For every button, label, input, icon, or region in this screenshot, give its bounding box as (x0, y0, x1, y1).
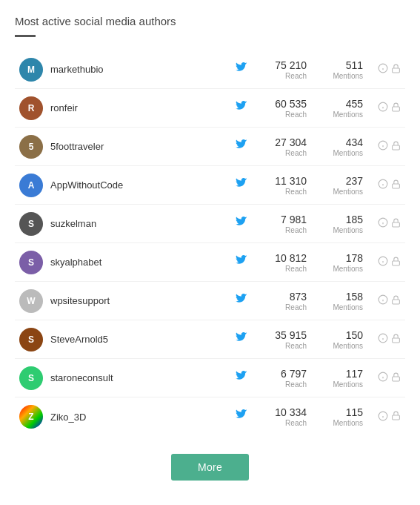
reach-stat: 6 797Reach (262, 368, 307, 389)
page-container: Most active social media authors Mmarket… (0, 0, 420, 503)
table-row: Sskyalphabet10 812Reach178Mentions (15, 243, 405, 282)
twitter-icon[interactable] (236, 255, 247, 270)
twitter-icon[interactable] (236, 62, 247, 77)
authors-list: Mmarkethubio75 210Reach511MentionsRronfe… (15, 50, 405, 436)
table-row: SSteveArnold535 915Reach150Mentions (15, 320, 405, 359)
mentions-label: Mentions (319, 380, 363, 389)
action-icons (378, 102, 401, 114)
lock-icon[interactable] (391, 179, 401, 191)
twitter-icon[interactable] (236, 101, 247, 116)
mentions-stat: 117Mentions (319, 368, 363, 389)
avatar: R (19, 96, 43, 120)
reach-value: 60 535 (262, 98, 307, 110)
info-icon[interactable] (378, 333, 388, 346)
twitter-icon[interactable] (236, 139, 247, 154)
reach-stat: 75 210Reach (262, 59, 307, 80)
action-icons (378, 411, 401, 423)
avatar: Z (19, 405, 43, 429)
mentions-value: 511 (319, 59, 363, 71)
table-row: Rronfeir60 535Reach455Mentions (15, 89, 405, 128)
twitter-icon[interactable] (236, 217, 247, 231)
reach-value: 27 304 (262, 136, 307, 148)
mentions-stat: 237Mentions (319, 175, 363, 196)
svg-rect-39 (393, 415, 400, 420)
info-icon[interactable] (378, 217, 388, 230)
twitter-icon[interactable] (236, 332, 247, 347)
svg-rect-7 (393, 106, 400, 110)
lock-icon[interactable] (391, 102, 401, 114)
reach-label: Reach (262, 226, 307, 234)
more-button[interactable]: More (171, 454, 249, 481)
action-icons (378, 179, 401, 191)
reach-value: 7 981 (262, 214, 307, 225)
avatar: A (19, 174, 43, 197)
info-icon[interactable] (378, 63, 388, 76)
twitter-icon[interactable] (236, 294, 247, 308)
info-icon[interactable] (378, 372, 388, 384)
author-name: wpsitesupport (50, 295, 236, 306)
reach-stat: 10 334Reach (262, 406, 307, 427)
mentions-stat: 158Mentions (319, 291, 363, 311)
reach-value: 11 310 (262, 175, 307, 187)
twitter-icon[interactable] (236, 178, 247, 193)
mentions-value: 115 (319, 406, 363, 418)
lock-icon[interactable] (391, 372, 401, 384)
info-icon[interactable] (378, 256, 388, 268)
mentions-label: Mentions (319, 342, 363, 350)
mentions-stat: 150Mentions (319, 329, 363, 350)
info-icon[interactable] (378, 179, 388, 191)
action-icons (378, 63, 401, 76)
svg-rect-31 (393, 337, 400, 342)
info-icon[interactable] (378, 140, 388, 153)
author-name: SteveArnold5 (50, 334, 236, 345)
lock-icon[interactable] (391, 411, 401, 423)
lock-icon[interactable] (391, 141, 401, 153)
lock-icon[interactable] (391, 257, 401, 268)
mentions-label: Mentions (319, 419, 363, 427)
mentions-value: 117 (319, 368, 363, 380)
author-name: suzkelman (50, 218, 236, 229)
lock-icon[interactable] (391, 334, 401, 346)
svg-rect-11 (393, 145, 400, 149)
action-icons (378, 256, 401, 268)
svg-rect-27 (393, 299, 400, 303)
twitter-icon[interactable] (236, 409, 247, 424)
avatar: S (19, 328, 43, 351)
page-title: Most active social media authors (15, 15, 405, 27)
avatar: M (19, 58, 43, 82)
reach-stat: 873Reach (262, 291, 307, 311)
stats-group: 27 304Reach434Mentions (262, 136, 401, 157)
svg-rect-23 (393, 260, 400, 265)
reach-label: Reach (262, 188, 307, 196)
reach-stat: 27 304Reach (262, 136, 307, 157)
mentions-stat: 455Mentions (319, 98, 363, 119)
title-underline (15, 35, 36, 37)
table-row: Ssuzkelman7 981Reach185Mentions (15, 205, 405, 243)
avatar: W (19, 289, 43, 313)
mentions-label: Mentions (319, 149, 363, 157)
reach-label: Reach (262, 149, 307, 157)
lock-icon[interactable] (391, 64, 401, 76)
author-name: ronfeir (50, 102, 236, 113)
mentions-value: 237 (319, 175, 363, 187)
lock-icon[interactable] (391, 218, 401, 230)
info-icon[interactable] (378, 411, 388, 423)
reach-label: Reach (262, 110, 307, 119)
lock-icon[interactable] (391, 295, 401, 307)
mentions-label: Mentions (319, 226, 363, 234)
action-icons (378, 333, 401, 346)
stats-group: 35 915Reach150Mentions (262, 329, 401, 350)
info-icon[interactable] (378, 294, 388, 307)
stats-group: 7 981Reach185Mentions (262, 214, 401, 234)
reach-value: 10 334 (262, 406, 307, 418)
reach-label: Reach (262, 419, 307, 427)
mentions-label: Mentions (319, 303, 363, 311)
mentions-label: Mentions (319, 72, 363, 80)
info-icon[interactable] (378, 102, 388, 114)
stats-group: 10 334Reach115Mentions (262, 406, 401, 427)
avatar: 5 (19, 135, 43, 159)
mentions-value: 455 (319, 98, 363, 110)
stats-group: 873Reach158Mentions (262, 291, 401, 311)
twitter-icon[interactable] (236, 371, 247, 386)
table-row: ZZiko_3D10 334Reach115Mentions (15, 397, 405, 436)
